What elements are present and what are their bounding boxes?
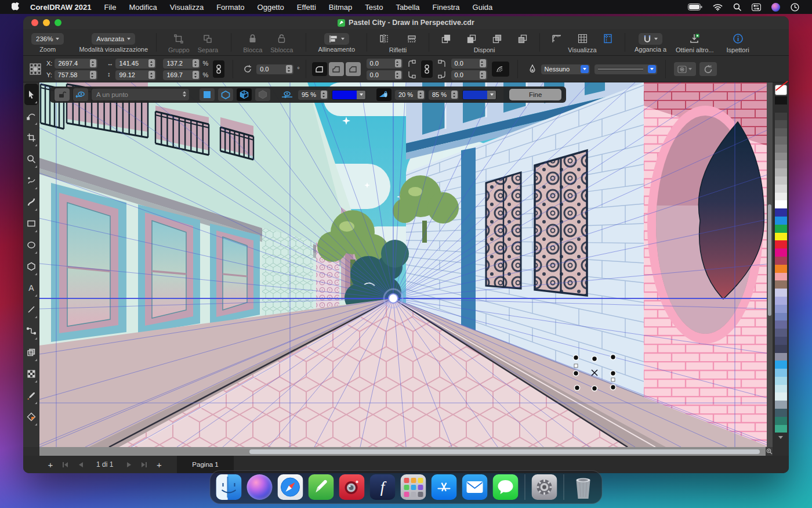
shape-tool[interactable] xyxy=(24,105,38,127)
color-swatch[interactable] xyxy=(775,217,787,225)
quick-customize-dropdown[interactable] xyxy=(674,62,696,76)
dock-icon-safari[interactable] xyxy=(278,474,303,500)
corner-lock-button[interactable] xyxy=(421,60,433,78)
color-swatch[interactable] xyxy=(775,257,787,265)
color-swatch[interactable] xyxy=(775,225,787,233)
view-mode-dropdown[interactable]: Avanzata xyxy=(92,33,135,45)
dock-icon-app-store[interactable] xyxy=(432,474,457,500)
group-button[interactable] xyxy=(172,33,185,45)
dock-icon-trash[interactable] xyxy=(571,474,596,500)
menu-item-guida[interactable]: Guida xyxy=(473,3,493,12)
battery-icon[interactable] xyxy=(688,3,702,10)
stepper[interactable] xyxy=(395,71,401,79)
zoom-tool[interactable] xyxy=(24,148,38,170)
title-bar[interactable]: Pastel City - Draw in Perspective.cdr xyxy=(23,16,789,29)
color-swatch[interactable] xyxy=(775,240,787,248)
menu-item-effetti[interactable]: Effetti xyxy=(297,3,316,12)
menu-item-oggetto[interactable]: Oggetto xyxy=(258,3,284,12)
color-swatch[interactable] xyxy=(775,289,787,297)
left-window[interactable] xyxy=(138,204,200,334)
ornate-window[interactable] xyxy=(486,172,521,289)
artistic-media-tool[interactable] xyxy=(24,191,38,212)
vertical-scrollbar-thumb[interactable] xyxy=(768,204,771,316)
ellipse-tool[interactable] xyxy=(24,234,38,255)
scale-width-field[interactable]: 137.2 xyxy=(163,59,200,69)
object-height-field[interactable]: 99.12 xyxy=(115,70,156,80)
anchor-point-selector[interactable] xyxy=(29,63,42,75)
pick-tool[interactable] xyxy=(24,84,38,105)
clock-icon[interactable] xyxy=(791,3,799,12)
color-swatch[interactable] xyxy=(775,185,787,193)
outline-width-dropdown[interactable]: Nessuno xyxy=(541,64,590,74)
object-width-field[interactable]: 141.45 xyxy=(115,59,156,69)
menu-item-formato[interactable]: Formato xyxy=(216,3,244,12)
color-swatch[interactable] xyxy=(775,193,787,201)
vertical-scrollbar[interactable] xyxy=(767,82,773,447)
corner-round-button[interactable] xyxy=(312,62,327,76)
menu-item-testo[interactable]: Testo xyxy=(365,3,383,12)
rulers-icon[interactable] xyxy=(550,33,563,45)
color-swatch[interactable] xyxy=(775,401,787,409)
color-swatch[interactable] xyxy=(775,361,787,369)
corner-scalloped-button[interactable] xyxy=(329,62,344,76)
corner-radius-bl-field[interactable]: 0.0 xyxy=(367,70,403,80)
color-swatch[interactable] xyxy=(775,369,787,377)
corner-radius-tr-field[interactable]: 0.0 xyxy=(451,59,487,69)
dock-icon-finder[interactable] xyxy=(216,474,242,500)
dock-icon-launchpad[interactable] xyxy=(401,474,426,500)
show-planes-button[interactable] xyxy=(73,88,88,101)
order-backward-icon[interactable] xyxy=(516,33,529,45)
snap-to-dropdown[interactable] xyxy=(639,33,662,45)
text-tool[interactable]: A xyxy=(24,277,38,298)
color-swatch[interactable] xyxy=(775,176,787,185)
palette-more-chevron-icon[interactable] xyxy=(778,436,783,439)
line-tool[interactable] xyxy=(24,298,38,320)
color-swatch[interactable] xyxy=(775,145,787,153)
grid-opacity-field[interactable]: 95 % xyxy=(298,90,328,100)
color-swatch[interactable] xyxy=(775,128,787,136)
horizontal-scrollbar[interactable] xyxy=(39,447,766,456)
plane-hexagon-button[interactable] xyxy=(218,88,233,101)
refresh-button[interactable] xyxy=(699,62,717,76)
color-swatch[interactable] xyxy=(775,329,787,337)
corner-radius-tl-field[interactable]: 0.0 xyxy=(367,59,403,69)
color-swatch[interactable] xyxy=(775,280,787,289)
previous-page-button[interactable] xyxy=(73,462,88,467)
dock-icon-mail[interactable] xyxy=(462,474,488,500)
line-color-dropdown[interactable] xyxy=(462,90,496,100)
rotation-field[interactable]: 0.0 xyxy=(256,64,293,74)
alignment-dropdown[interactable] xyxy=(324,33,349,45)
menu-app-name[interactable]: CorelDRAW 2021 xyxy=(30,3,91,12)
polygon-tool[interactable] xyxy=(24,255,38,277)
color-swatch[interactable] xyxy=(775,377,787,385)
color-swatch[interactable] xyxy=(775,392,787,401)
stepper[interactable] xyxy=(90,59,96,67)
color-swatch[interactable] xyxy=(775,313,787,321)
dock-icon-photo-paint[interactable] xyxy=(339,474,365,500)
dock-icon-siri[interactable] xyxy=(247,474,273,500)
mirror-horizontal-icon[interactable] xyxy=(378,33,390,45)
plane-cube-button[interactable] xyxy=(237,88,252,101)
opacity-eye-button[interactable] xyxy=(280,88,295,101)
color-swatch[interactable] xyxy=(775,417,787,425)
drawing-canvas[interactable]: A un punto 95 % xyxy=(39,82,773,447)
zoom-level-dropdown[interactable]: 236% xyxy=(31,33,64,45)
fov-field[interactable]: 20 % xyxy=(395,90,425,100)
inspectors-icon[interactable] xyxy=(731,33,744,45)
stepper[interactable] xyxy=(418,91,424,99)
color-swatch[interactable] xyxy=(775,273,787,281)
lock-perspective-button[interactable] xyxy=(55,88,70,101)
color-swatch[interactable] xyxy=(775,105,787,113)
color-swatch[interactable] xyxy=(775,208,787,217)
color-swatch[interactable] xyxy=(775,297,787,305)
stepper[interactable] xyxy=(193,59,199,67)
corner-radius-br-field[interactable]: 0.0 xyxy=(451,70,487,80)
color-swatch[interactable] xyxy=(775,320,787,329)
depth-field[interactable]: 85 % xyxy=(429,90,459,100)
relative-corner-scaling-button[interactable] xyxy=(492,62,509,77)
left-window[interactable] xyxy=(51,183,126,342)
menu-item-file[interactable]: File xyxy=(104,3,116,12)
color-swatch[interactable] xyxy=(775,136,787,145)
next-page-button[interactable] xyxy=(121,462,136,467)
menu-item-modifica[interactable]: Modifica xyxy=(129,3,157,12)
